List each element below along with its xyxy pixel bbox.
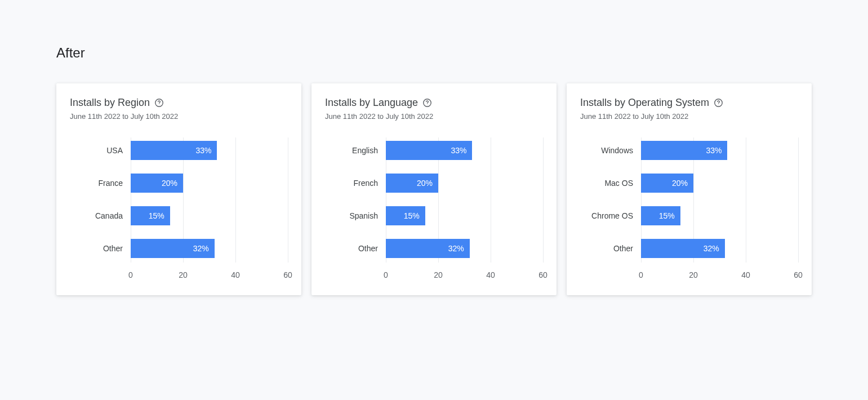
bar-label: Mac OS [580,179,641,188]
bar-value-label: 33% [451,146,466,155]
bar-label: English [325,146,386,155]
bar-value-label: 15% [149,211,164,220]
bar: 33% [386,141,472,160]
bar-track: 15% [641,206,798,225]
bar-track: 33% [131,141,288,160]
axis-tick: 60 [794,270,803,279]
bar: 15% [386,206,425,225]
card-header: Installs by Region [70,97,288,109]
bar: 20% [131,174,183,193]
card-title: Installs by Language [325,97,418,109]
axis-tick: 20 [179,270,188,279]
bar-row: Other32% [325,239,543,258]
bars-container: English33%French20%Spanish15%Other32% [325,141,543,258]
help-icon[interactable] [714,98,723,108]
cards-row: Installs by RegionJune 11th 2022 to July… [56,83,812,295]
axis-tick: 60 [538,270,547,279]
svg-point-1 [159,105,159,105]
card-subtitle: June 11th 2022 to July 10th 2022 [70,112,288,121]
bar-label: French [325,179,386,188]
bar-label: Spanish [325,211,386,220]
axis-row: 0204060 [325,268,543,279]
bar-track: 32% [131,239,288,258]
bar: 33% [641,141,727,160]
bar-row: Mac OS20% [580,174,798,193]
axis-tick: 20 [434,270,443,279]
bar-value-label: 32% [448,244,464,253]
card-title: Installs by Region [70,97,150,109]
axis-tick: 60 [283,270,292,279]
bar-value-label: 32% [704,244,719,253]
bar-track: 20% [641,174,798,193]
svg-point-5 [718,105,719,105]
bar: 15% [131,206,170,225]
bar: 32% [641,239,725,258]
axis-tick: 40 [231,270,240,279]
chart-area: English33%French20%Spanish15%Other32%020… [325,141,543,279]
help-icon[interactable] [422,98,432,108]
axis-tick: 0 [128,270,133,279]
axis-spacer [580,268,641,279]
bar-track: 33% [386,141,543,160]
axis-tick: 0 [384,270,388,279]
gridline [543,137,544,263]
bar-track: 15% [131,206,288,225]
bar-value-label: 33% [706,146,722,155]
axis-tick: 0 [639,270,643,279]
bar-track: 15% [386,206,543,225]
bar-label: USA [70,146,131,155]
page-title: After [56,45,812,61]
gridline [288,137,288,263]
bar-label: Canada [70,211,131,220]
axis-spacer [325,268,386,279]
bar-value-label: 32% [193,244,209,253]
bar-row: Other32% [580,239,798,258]
bar-row: Other32% [70,239,288,258]
card-title: Installs by Operating System [580,97,709,109]
bar-label: Other [70,244,131,253]
axis-ticks: 0204060 [641,268,798,279]
bar-label: France [70,179,131,188]
bar-value-label: 20% [672,179,688,188]
svg-point-3 [427,105,428,105]
bar-value-label: 33% [195,146,211,155]
help-icon[interactable] [154,98,164,108]
bars-container: USA33%France20%Canada15%Other32% [70,141,288,258]
bar-row: USA33% [70,141,288,160]
bar-label: Other [580,244,641,253]
bar-track: 20% [131,174,288,193]
bar-label: Chrome OS [580,211,641,220]
chart-area: USA33%France20%Canada15%Other32%0204060 [70,141,288,279]
bar-value-label: 20% [417,179,433,188]
bar-row: English33% [325,141,543,160]
chart-card: Installs by Operating SystemJune 11th 20… [567,83,812,295]
bar: 20% [386,174,438,193]
bar-row: Chrome OS15% [580,206,798,225]
bar-row: Canada15% [70,206,288,225]
chart-card: Installs by LanguageJune 11th 2022 to Ju… [311,83,557,295]
bar-label: Windows [580,146,641,155]
axis-ticks: 0204060 [131,268,288,279]
bar: 20% [641,174,693,193]
card-header: Installs by Language [325,97,543,109]
axis-row: 0204060 [70,268,288,279]
axis-tick: 40 [741,270,750,279]
bar-value-label: 15% [659,211,675,220]
bar: 32% [386,239,470,258]
card-subtitle: June 11th 2022 to July 10th 2022 [325,112,543,121]
bar-track: 33% [641,141,798,160]
axis-spacer [70,268,131,279]
bars-container: Windows33%Mac OS20%Chrome OS15%Other32% [580,141,798,258]
bar-track: 20% [386,174,543,193]
bar: 32% [131,239,215,258]
chart-area: Windows33%Mac OS20%Chrome OS15%Other32%0… [580,141,798,279]
axis-tick: 40 [486,270,495,279]
axis-tick: 20 [689,270,698,279]
bar-track: 32% [386,239,543,258]
gridline [798,137,799,263]
axis-row: 0204060 [580,268,798,279]
bar-value-label: 20% [162,179,177,188]
bar-row: French20% [325,174,543,193]
bar-row: Windows33% [580,141,798,160]
card-subtitle: June 11th 2022 to July 10th 2022 [580,112,798,121]
